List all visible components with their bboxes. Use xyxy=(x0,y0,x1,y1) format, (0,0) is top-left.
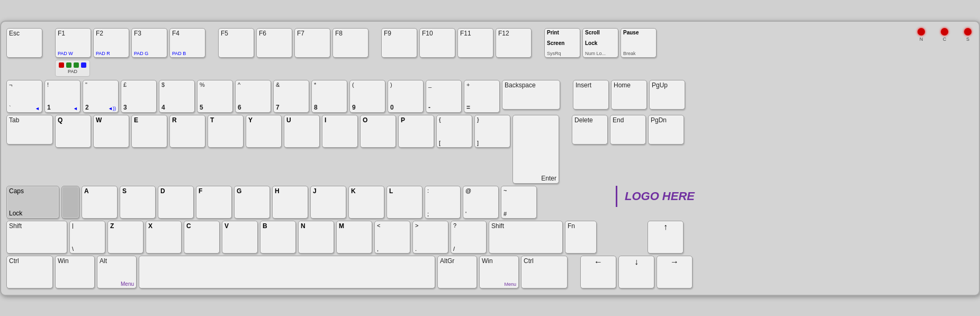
key-l[interactable]: L xyxy=(386,186,422,219)
key-f7[interactable]: F7 xyxy=(294,28,330,58)
key-t[interactable]: T xyxy=(208,115,244,148)
key-z[interactable]: Z xyxy=(107,221,143,254)
key-f8[interactable]: F8 xyxy=(332,28,368,58)
key-equals[interactable]: + = xyxy=(464,80,500,113)
key-i[interactable]: I xyxy=(322,115,358,148)
key-esc[interactable]: Esc xyxy=(6,28,42,58)
logo-text: LOGO HERE xyxy=(621,189,695,203)
key-home[interactable]: Home xyxy=(611,80,647,110)
bottom-row: Ctrl Win Alt Menu AltGr Win Menu Ctrl ← … xyxy=(6,256,974,288)
key-slash[interactable]: ? / xyxy=(451,221,487,254)
number-row: ¬ ` ◄ ! 1 ◄ " 2 xyxy=(6,80,974,113)
key-7[interactable]: & 7 xyxy=(273,80,309,113)
key-n[interactable]: N xyxy=(298,221,334,254)
key-g[interactable]: G xyxy=(234,186,270,219)
key-2[interactable]: " 2 ◄)) xyxy=(83,80,119,113)
key-win-left[interactable]: Win xyxy=(55,256,95,288)
key-bracket-close[interactable]: } ] xyxy=(474,115,510,148)
key-fn[interactable]: Fn xyxy=(565,221,597,254)
key-enter[interactable]: Enter xyxy=(513,115,559,184)
key-9[interactable]: ( 9 xyxy=(349,80,385,113)
key-f4[interactable]: F4 PAD B xyxy=(169,28,205,58)
key-alt-left[interactable]: Alt Menu xyxy=(97,256,137,288)
key-h[interactable]: H xyxy=(272,186,308,219)
zxcv-row: Shift | \ Z X C V B N M < , xyxy=(6,221,974,254)
key-comma[interactable]: < , xyxy=(374,221,410,254)
key-f12[interactable]: F12 xyxy=(496,28,532,58)
fn-row: Esc F1 PAD W F2 PAD R F3 PAD G F4 PAD B … xyxy=(6,28,974,58)
key-ctrl-right[interactable]: Ctrl xyxy=(521,256,568,288)
key-u[interactable]: U xyxy=(284,115,320,148)
key-ctrl-left[interactable]: Ctrl xyxy=(6,256,53,288)
key-arrow-down[interactable]: ↓ xyxy=(618,256,654,288)
key-arrow-up[interactable]: ↑ xyxy=(648,221,684,254)
key-pause[interactable]: Pause Break xyxy=(621,28,657,58)
pad-label: PAD xyxy=(59,69,86,74)
key-insert[interactable]: Insert xyxy=(573,80,609,110)
key-f2[interactable]: F2 PAD R xyxy=(93,28,129,58)
key-altgr[interactable]: AltGr xyxy=(437,256,477,288)
key-backspace[interactable]: Backspace xyxy=(502,80,560,110)
key-x[interactable]: X xyxy=(146,221,182,254)
key-shift-left[interactable]: Shift xyxy=(6,221,67,254)
key-backtick[interactable]: ¬ ` ◄ xyxy=(6,80,42,113)
key-y[interactable]: Y xyxy=(246,115,282,148)
key-print-screen[interactable]: Print Screen SysRq xyxy=(544,28,580,58)
key-o[interactable]: O xyxy=(360,115,396,148)
key-semicolon[interactable]: : ; xyxy=(425,186,461,219)
key-0[interactable]: ) 0 xyxy=(388,80,424,113)
key-j[interactable]: J xyxy=(310,186,346,219)
key-f10[interactable]: F10 xyxy=(419,28,455,58)
key-e[interactable]: E xyxy=(131,115,167,148)
key-f9[interactable]: F9 xyxy=(381,28,417,58)
key-f3[interactable]: F3 PAD G xyxy=(131,28,167,58)
key-a[interactable]: A xyxy=(82,186,118,219)
arrow-up-area: ↑ xyxy=(609,221,684,254)
key-m[interactable]: M xyxy=(336,221,372,254)
key-f5[interactable]: F5 xyxy=(218,28,254,58)
key-v[interactable]: V xyxy=(222,221,258,254)
key-win-right[interactable]: Win Menu xyxy=(479,256,519,288)
key-space[interactable] xyxy=(139,256,435,288)
key-end[interactable]: End xyxy=(610,115,646,145)
key-arrow-right[interactable]: → xyxy=(657,256,693,288)
key-pgup[interactable]: PgUp xyxy=(649,80,685,110)
key-delete[interactable]: Delete xyxy=(572,115,608,145)
led-caps: C xyxy=(941,28,948,42)
key-3[interactable]: £ 3 xyxy=(121,80,157,113)
key-caps-lock[interactable]: Caps Lock xyxy=(6,186,59,219)
key-minus[interactable]: _ - xyxy=(426,80,462,113)
key-p[interactable]: P xyxy=(398,115,434,148)
key-s[interactable]: S xyxy=(120,186,156,219)
key-1[interactable]: ! 1 ◄ xyxy=(44,80,80,113)
key-f6[interactable]: F6 xyxy=(256,28,292,58)
key-hash[interactable]: ~ # xyxy=(501,186,537,219)
key-arrow-left[interactable]: ← xyxy=(580,256,616,288)
logo-area: LOGO HERE xyxy=(598,186,712,207)
key-backslash[interactable]: | \ xyxy=(69,221,105,254)
key-b[interactable]: B xyxy=(260,221,296,254)
key-8[interactable]: * 8 xyxy=(311,80,347,113)
key-pgdn[interactable]: PgDn xyxy=(648,115,684,145)
key-scroll-lock[interactable]: Scroll Lock Num Lo... xyxy=(582,28,618,58)
key-6[interactable]: ^ 6 xyxy=(235,80,271,113)
key-r[interactable]: R xyxy=(169,115,205,148)
key-apostrophe[interactable]: @ ' xyxy=(463,186,499,219)
key-f1[interactable]: F1 PAD W xyxy=(55,28,91,58)
pad-row: PAD xyxy=(6,60,974,77)
key-w[interactable]: W xyxy=(93,115,129,148)
qwerty-row: Tab Q W E R T Y U I O P xyxy=(6,115,974,184)
key-tab[interactable]: Tab xyxy=(6,115,53,145)
key-c[interactable]: C xyxy=(184,221,220,254)
key-bracket-open[interactable]: { [ xyxy=(436,115,472,148)
key-5[interactable]: % 5 xyxy=(197,80,233,113)
key-f[interactable]: F xyxy=(196,186,232,219)
key-shift-right[interactable]: Shift xyxy=(489,221,563,254)
key-d[interactable]: D xyxy=(158,186,194,219)
key-f11[interactable]: F11 xyxy=(457,28,493,58)
key-4[interactable]: $ 4 xyxy=(159,80,195,113)
led-area: N C S xyxy=(659,28,974,42)
key-period[interactable]: > . xyxy=(412,221,448,254)
key-k[interactable]: K xyxy=(348,186,384,219)
key-q[interactable]: Q xyxy=(55,115,91,148)
